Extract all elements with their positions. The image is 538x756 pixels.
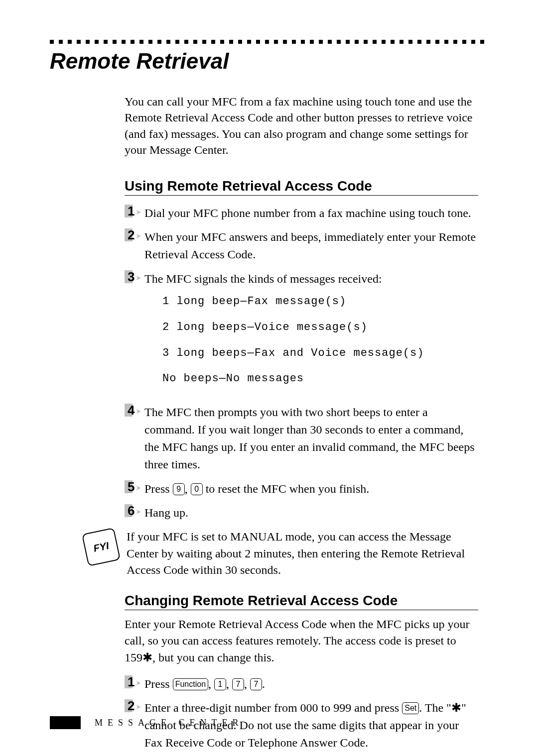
step-number-icon: 2➤ <box>125 228 138 241</box>
key-function-icon: Function <box>173 678 208 690</box>
signal-item: 3 long beeps—Fax and Voice message(s) <box>162 345 478 361</box>
step-number-icon: 4➤ <box>125 404 138 417</box>
step-text: The MFC then prompts you with two short … <box>144 404 478 473</box>
step-1: 1➤ Dial your MFC phone number from a fax… <box>125 205 478 222</box>
note-text: If your MFC is set to MANUAL mode, you c… <box>127 529 478 579</box>
step-number-icon: 1➤ <box>125 675 138 688</box>
step-text: When your MFC answers and beeps, immedia… <box>144 228 478 263</box>
signal-list: 1 long beep—Fax message(s) 2 long beeps—… <box>162 294 478 387</box>
step-number-icon: 2➤ <box>125 699 138 712</box>
step-2: 2➤ When your MFC answers and beeps, imme… <box>125 228 478 263</box>
step-3: 3➤ The MFC signals the kinds of messages… <box>125 270 478 397</box>
step-1: 1➤ Press Function, 1, 7, 7. <box>125 675 478 693</box>
step-number-icon: 3➤ <box>125 270 138 283</box>
fyi-icon: FYI <box>82 528 121 566</box>
section-heading: Changing Remote Retrieval Access Code <box>125 593 478 610</box>
section-lead: Enter your Remote Retrieval Access Code … <box>125 616 478 666</box>
key-7-icon: 7 <box>250 678 262 690</box>
signal-item: 1 long beep—Fax message(s) <box>162 294 478 310</box>
key-1-icon: 1 <box>214 678 226 690</box>
footer-bar-icon <box>50 716 81 729</box>
footer-label: MESSAGE CENTER <box>95 718 244 728</box>
step-text: Press 9, 0 to reset the MFC when you fin… <box>144 480 478 498</box>
step-number-icon: 5➤ <box>125 480 138 493</box>
step-text: Dial your MFC phone number from a fax ma… <box>144 205 478 222</box>
step-text: The MFC signals the kinds of messages re… <box>144 272 382 285</box>
section-heading: Using Remote Retrieval Access Code <box>125 178 478 196</box>
step-4: 4➤ The MFC then prompts you with two sho… <box>125 404 478 473</box>
intro-paragraph: You can call your MFC from a fax machine… <box>125 94 478 158</box>
fyi-note: FYI If your MFC is set to MANUAL mode, y… <box>85 529 478 579</box>
key-7-icon: 7 <box>232 678 244 690</box>
step-number-icon: 1➤ <box>125 205 138 217</box>
dotted-rule <box>50 40 488 44</box>
step-6: 6➤ Hang up. <box>125 504 478 522</box>
page-footer: MESSAGE CENTER <box>50 716 244 729</box>
key-0-icon: 0 <box>191 483 203 495</box>
signal-item: No beeps—No messages <box>162 371 478 387</box>
key-9-icon: 9 <box>173 483 185 495</box>
signal-item: 2 long beeps—Voice message(s) <box>162 320 478 335</box>
key-set-icon: Set <box>402 702 419 714</box>
section-using-code: Using Remote Retrieval Access Code 1➤ Di… <box>125 178 478 579</box>
page-title: Remote Retrieval <box>50 49 488 74</box>
step-number-icon: 6➤ <box>125 504 138 517</box>
section-changing-code: Changing Remote Retrieval Access Code En… <box>125 593 478 756</box>
step-5: 5➤ Press 9, 0 to reset the MFC when you … <box>125 480 478 498</box>
step-text: Press Function, 1, 7, 7. <box>144 675 478 693</box>
step-text: Hang up. <box>144 504 478 522</box>
